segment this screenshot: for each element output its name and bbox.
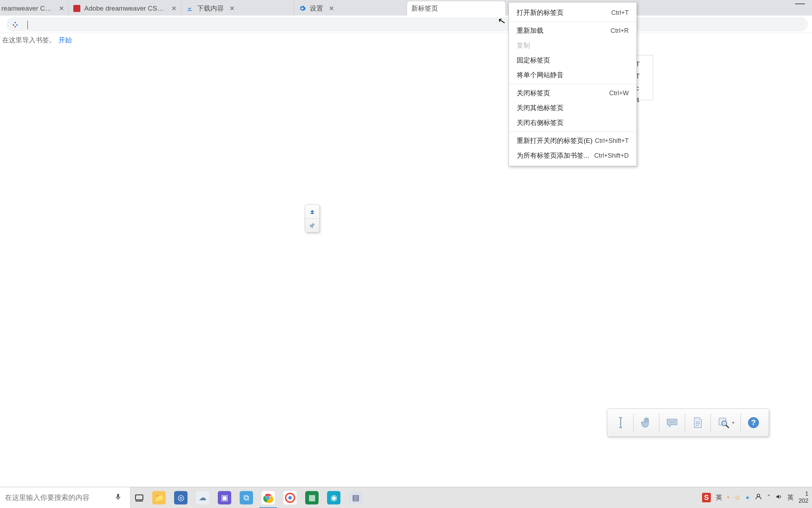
windows-taskbar: 在这里输入你要搜索的内容 📁 ◎ ☁ ▣ ⧉ ▦ ◉ ▤ S 英 • ☺ ● ˄ bbox=[0, 487, 812, 508]
speaker-icon[interactable] bbox=[775, 493, 782, 502]
tab-title: reamweaver CS6教程 bbox=[1, 4, 54, 13]
address-input[interactable] bbox=[23, 20, 803, 28]
gear-icon bbox=[299, 5, 306, 12]
svg-point-5 bbox=[671, 421, 672, 422]
comment-button[interactable] bbox=[662, 413, 682, 433]
download-icon bbox=[186, 5, 193, 12]
menu-separator bbox=[509, 132, 636, 132]
tab-settings[interactable]: 设置 ✕ bbox=[294, 1, 407, 16]
microphone-icon[interactable] bbox=[111, 493, 125, 503]
menu-reload[interactable]: 重新加载 Ctrl+R bbox=[509, 23, 636, 38]
search-placeholder: 在这里输入你要搜索的内容 bbox=[5, 493, 90, 502]
tab-title: 新标签页 bbox=[411, 4, 438, 13]
tray-dots-icon[interactable]: • bbox=[727, 494, 729, 501]
ime-chip[interactable]: S bbox=[702, 493, 711, 502]
system-tray: S 英 • ☺ ● ˄ 英 1 202 bbox=[699, 487, 812, 508]
svg-rect-12 bbox=[117, 494, 119, 497]
people-icon[interactable] bbox=[755, 493, 762, 502]
svg-point-17 bbox=[267, 496, 270, 499]
taskbar-app-edge[interactable]: ◎ bbox=[170, 487, 192, 508]
text-select-button[interactable] bbox=[611, 413, 630, 433]
browser-tab-strip: reamweaver CS6教程 ✕ Adobe dreamweaver CS6… bbox=[0, 0, 812, 16]
tab-title: 设置 bbox=[310, 4, 323, 13]
floating-toolbar-side bbox=[305, 204, 320, 232]
svg-point-1 bbox=[13, 24, 14, 25]
menu-new-tab[interactable]: 打开新的标签页 Ctrl+T bbox=[509, 5, 636, 20]
document-button[interactable] bbox=[688, 413, 708, 433]
close-icon[interactable]: ✕ bbox=[328, 5, 334, 12]
taskbar-app-excel[interactable]: ▦ bbox=[301, 487, 323, 508]
window-minimize-button[interactable]: — bbox=[793, 1, 807, 8]
menu-close-right[interactable]: 关闭右侧标签页 bbox=[509, 115, 636, 130]
floating-toolbar-wrap: ▾ ? bbox=[303, 204, 320, 232]
taskbar-app-monitor[interactable]: ▤ bbox=[345, 487, 367, 508]
menu-pin-tab[interactable]: 固定标签页 bbox=[509, 53, 636, 68]
taskbar-app-chrome-2[interactable] bbox=[279, 487, 301, 508]
svg-rect-13 bbox=[136, 495, 143, 500]
menu-mute-site[interactable]: 将单个网站静音 bbox=[509, 68, 636, 83]
menu-bookmark-all[interactable]: 为所有标签页添加书签... Ctrl+Shift+D bbox=[509, 148, 636, 163]
tab-dreamweaver-tutorial[interactable]: reamweaver CS6教程 ✕ bbox=[0, 1, 69, 16]
task-view-button[interactable] bbox=[130, 487, 148, 508]
menu-close-others[interactable]: 关闭其他标签页 bbox=[509, 101, 636, 115]
tab-context-menu: 打开新的标签页 Ctrl+T 重新加载 Ctrl+R 复制 固定标签页 将单个网… bbox=[509, 2, 637, 166]
bookmark-bar: 在这里导入书签。 开始 bbox=[0, 33, 812, 47]
menu-close-tab[interactable]: 关闭标签页 Ctrl+W bbox=[509, 86, 636, 101]
toolbar-separator bbox=[710, 413, 711, 432]
address-bar[interactable] bbox=[6, 17, 808, 31]
floating-toolbar[interactable]: ▾ ? bbox=[607, 409, 769, 437]
text-cursor-icon bbox=[27, 21, 28, 29]
taskbar-app-chrome[interactable] bbox=[257, 487, 279, 508]
toolbar-separator bbox=[740, 413, 741, 432]
close-icon[interactable]: ✕ bbox=[171, 5, 177, 12]
tab-downloads[interactable]: 下载内容 ✕ bbox=[182, 1, 294, 16]
help-button[interactable]: ? bbox=[744, 413, 763, 433]
tab-title: 下载内容 bbox=[197, 4, 224, 13]
close-icon[interactable]: ✕ bbox=[229, 5, 235, 12]
menu-separator bbox=[509, 22, 636, 22]
menu-separator bbox=[509, 84, 636, 84]
tray-smile-icon[interactable]: ☺ bbox=[734, 494, 740, 501]
svg-point-4 bbox=[669, 421, 670, 422]
taskbar-app-utility[interactable]: ⧉ bbox=[235, 487, 257, 508]
favicon-icon bbox=[73, 5, 81, 12]
tray-mic-icon[interactable]: ● bbox=[746, 494, 750, 501]
taskbar-app-video[interactable]: ▣ bbox=[214, 487, 235, 508]
taskbar-app-cloud[interactable]: ☁ bbox=[192, 487, 214, 508]
bookmark-import-link[interactable]: 开始 bbox=[59, 36, 72, 45]
close-icon[interactable]: ✕ bbox=[59, 5, 64, 12]
menu-reopen-closed[interactable]: 重新打开关闭的标签页(E) Ctrl+Shift+T bbox=[509, 133, 636, 148]
pin-button[interactable] bbox=[305, 219, 319, 232]
menu-copy: 复制 bbox=[509, 38, 636, 53]
zoom-button[interactable] bbox=[714, 413, 733, 433]
tab-new[interactable]: 新标签页 bbox=[407, 1, 506, 16]
tab-adobe-dw[interactable]: Adobe dreamweaver CS6小白 ✕ bbox=[69, 1, 182, 16]
ime-lang-label[interactable]: 英 bbox=[716, 493, 722, 502]
svg-text:?: ? bbox=[751, 418, 756, 427]
toolbar-separator bbox=[685, 413, 685, 432]
tray-clock[interactable]: 1 202 bbox=[799, 490, 808, 504]
address-bar-row bbox=[0, 16, 812, 33]
svg-point-6 bbox=[673, 421, 675, 422]
tab-title: Adobe dreamweaver CS6小白 bbox=[84, 4, 166, 13]
site-identity-icon bbox=[11, 20, 19, 28]
svg-point-0 bbox=[14, 22, 16, 23]
taskbar-app-file-explorer[interactable]: 📁 bbox=[148, 487, 170, 508]
toolbar-separator bbox=[633, 413, 634, 432]
ime-lang-label-2[interactable]: 英 bbox=[787, 493, 794, 502]
zoom-dropdown-icon[interactable]: ▾ bbox=[732, 420, 736, 425]
collapse-up-button[interactable] bbox=[305, 205, 319, 219]
svg-point-3 bbox=[14, 26, 16, 27]
svg-point-20 bbox=[757, 494, 759, 496]
svg-point-2 bbox=[16, 24, 18, 25]
chevron-up-icon[interactable]: ˄ bbox=[767, 494, 770, 501]
svg-point-8 bbox=[722, 421, 727, 426]
taskbar-search[interactable]: 在这里输入你要搜索的内容 bbox=[0, 487, 130, 508]
svg-point-19 bbox=[288, 496, 292, 500]
bookmark-prompt: 在这里导入书签。 bbox=[2, 36, 56, 45]
taskbar-app-teal[interactable]: ◉ bbox=[323, 487, 345, 508]
toolbar-separator bbox=[659, 413, 659, 432]
hand-tool-button[interactable] bbox=[636, 413, 656, 433]
svg-rect-14 bbox=[136, 501, 143, 501]
